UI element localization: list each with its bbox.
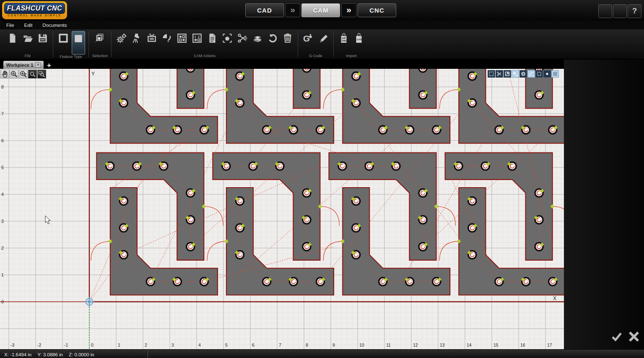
drill-hole[interactable] xyxy=(352,224,361,232)
drill-hole[interactable] xyxy=(535,189,544,197)
help-icon[interactable]: ? xyxy=(628,4,641,18)
select-parts-button[interactable] xyxy=(92,31,106,45)
new-file-button[interactable] xyxy=(6,31,19,45)
drill-hole[interactable] xyxy=(507,162,516,170)
scale-parts-button[interactable] xyxy=(221,31,234,45)
drill-hole[interactable] xyxy=(187,189,195,197)
material-stack-button[interactable] xyxy=(251,31,264,45)
drill-hole[interactable] xyxy=(317,126,325,134)
drill-hole[interactable] xyxy=(303,243,312,251)
drill-hole[interactable] xyxy=(433,126,441,134)
drill-hole[interactable] xyxy=(249,162,258,170)
machine-settings-button[interactable] xyxy=(115,31,128,45)
drill-hole[interactable] xyxy=(317,277,325,285)
drill-hole[interactable] xyxy=(133,162,142,170)
zoom-extents-button[interactable] xyxy=(37,70,46,78)
license-key-icon[interactable] xyxy=(613,4,627,18)
cancel-x-icon[interactable] xyxy=(628,331,640,342)
drill-hole[interactable] xyxy=(235,197,244,205)
move-part-button[interactable] xyxy=(504,70,511,78)
square-filled-button[interactable] xyxy=(72,31,85,55)
open-file-button[interactable] xyxy=(21,31,34,45)
drill-hole[interactable] xyxy=(172,277,181,285)
kerf-button[interactable] xyxy=(160,31,174,45)
tab-close-icon[interactable]: x xyxy=(35,62,41,68)
drill-hole[interactable] xyxy=(236,72,245,80)
drill-hole[interactable] xyxy=(351,251,360,259)
save-file-button[interactable] xyxy=(36,31,49,45)
cut-order-button[interactable]: 12 xyxy=(190,31,204,45)
zoom-in-button[interactable] xyxy=(10,70,18,78)
drill-hole[interactable] xyxy=(418,216,427,224)
drill-hole[interactable] xyxy=(481,162,490,170)
tab-add-button[interactable]: + xyxy=(47,62,51,69)
monitor-test-button[interactable] xyxy=(145,31,158,45)
zoom-previous-button[interactable] xyxy=(28,70,37,78)
drill-hole[interactable] xyxy=(365,162,374,170)
frame-select-button[interactable] xyxy=(535,70,543,78)
import-dxf-dwg-button[interactable]: DXFDWG xyxy=(337,31,351,45)
nest-parts-button[interactable] xyxy=(175,31,189,45)
nav-cad-button[interactable]: CAD xyxy=(245,3,284,17)
drill-hole[interactable] xyxy=(351,99,360,107)
torch-button[interactable] xyxy=(130,31,143,45)
curve-tool-button[interactable] xyxy=(527,70,535,78)
drill-hole[interactable] xyxy=(352,72,361,80)
drill-hole[interactable] xyxy=(303,189,312,197)
shape-tools-button[interactable] xyxy=(512,70,519,78)
drill-hole[interactable] xyxy=(535,243,544,251)
drill-hole[interactable] xyxy=(105,162,114,170)
drill-hole[interactable] xyxy=(275,162,284,170)
workpiece-drawing[interactable]: YX-3-2-101234567891011121314151617012345… xyxy=(0,69,564,349)
drill-hole[interactable] xyxy=(119,251,127,259)
menu-edit[interactable]: Edit xyxy=(24,23,33,28)
drill-hole[interactable] xyxy=(263,126,272,134)
drill-hole[interactable] xyxy=(495,126,504,134)
report-button[interactable] xyxy=(205,31,219,45)
tab-workpiece-1[interactable]: Workpiece 1 x xyxy=(3,61,44,69)
settings-gears-icon[interactable] xyxy=(598,4,612,18)
generate-gcode-button[interactable]: G xyxy=(301,31,315,45)
drill-hole[interactable] xyxy=(146,277,155,285)
drill-hole[interactable] xyxy=(405,126,413,134)
marquee-select-button[interactable] xyxy=(488,70,495,78)
drill-hole[interactable] xyxy=(302,216,311,224)
drill-hole[interactable] xyxy=(200,126,209,134)
drill-hole[interactable] xyxy=(158,162,167,170)
zoom-window-button[interactable] xyxy=(19,70,28,78)
drill-hole[interactable] xyxy=(338,162,346,170)
drill-hole[interactable] xyxy=(185,216,194,224)
drill-hole[interactable] xyxy=(221,162,230,170)
drill-hole[interactable] xyxy=(419,189,428,197)
snip-path-button[interactable] xyxy=(236,31,249,45)
drill-hole[interactable] xyxy=(119,99,127,107)
pan-hand-button[interactable] xyxy=(0,70,9,78)
drill-hole[interactable] xyxy=(235,251,244,259)
drill-hole[interactable] xyxy=(119,224,128,232)
drill-hole[interactable] xyxy=(172,126,181,134)
menu-documents[interactable]: Documents xyxy=(42,23,67,28)
drill-hole[interactable] xyxy=(467,197,476,205)
drill-hole[interactable] xyxy=(119,197,127,205)
drill-hole[interactable] xyxy=(351,197,360,205)
square-outline-button[interactable] xyxy=(57,31,70,45)
drill-hole[interactable] xyxy=(521,126,530,134)
drill-hole[interactable] xyxy=(534,216,543,224)
drill-hole[interactable] xyxy=(391,162,400,170)
drill-hole[interactable] xyxy=(405,277,413,285)
edit-gcode-button[interactable] xyxy=(317,31,330,45)
drill-hole[interactable] xyxy=(495,277,504,285)
drill-hole[interactable] xyxy=(419,243,428,251)
drill-hole[interactable] xyxy=(468,224,477,232)
accept-check-icon[interactable] xyxy=(611,332,622,341)
drill-hole[interactable] xyxy=(146,126,155,134)
drill-hole[interactable] xyxy=(549,126,558,134)
menu-file[interactable]: File xyxy=(6,23,14,28)
nav-cnc-button[interactable]: CNC xyxy=(358,3,396,17)
drill-hole[interactable] xyxy=(521,277,530,285)
drill-hole[interactable] xyxy=(433,277,441,285)
drill-hole[interactable] xyxy=(303,91,312,99)
cut-shape-button[interactable] xyxy=(496,70,503,78)
nav-cam-button[interactable]: CAM xyxy=(301,3,340,17)
drill-hole[interactable] xyxy=(454,162,462,170)
